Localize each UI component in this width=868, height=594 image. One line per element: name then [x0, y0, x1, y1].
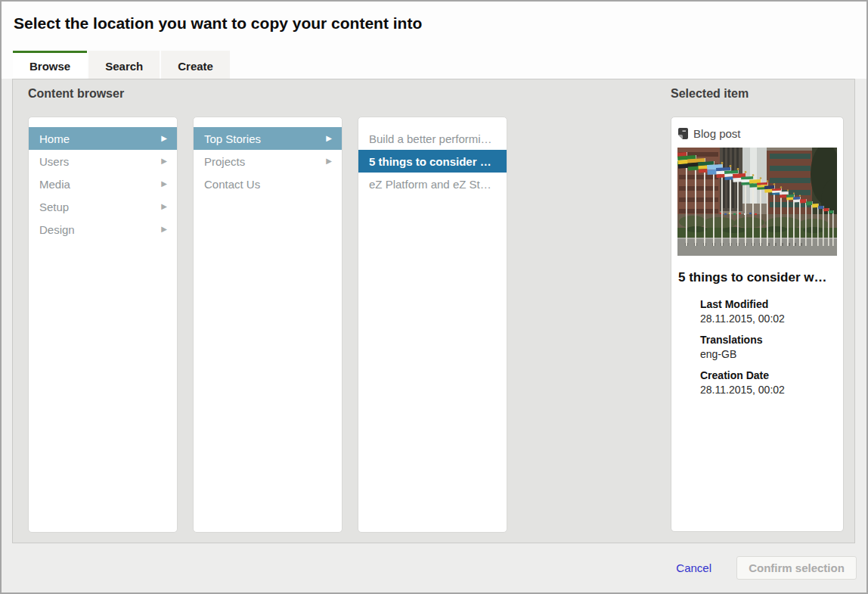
- content-browser-heading: Content browser: [28, 87, 124, 101]
- dialog-title: Select the location you want to copy you…: [14, 14, 422, 33]
- copy-location-dialog: Select the location you want to copy you…: [0, 0, 868, 594]
- tree-item-5-things[interactable]: 5 things to consider …: [358, 150, 507, 173]
- tree-item-contact-us[interactable]: Contact Us: [194, 173, 342, 195]
- field-label: Last Modified: [700, 297, 837, 312]
- tree-item-top-stories[interactable]: Top Stories ▶: [194, 127, 342, 150]
- dialog-footer: Cancel Confirm selection: [2, 543, 866, 592]
- tree-item-projects[interactable]: Projects ▶: [194, 150, 342, 173]
- tree-item-build-a-better[interactable]: Build a better performi…: [358, 127, 507, 150]
- field-creation-date: Creation Date 28.11.2015, 00:02: [700, 369, 837, 397]
- tree-item-label: Users: [39, 155, 69, 168]
- tree-item-ez-platform[interactable]: eZ Platform and eZ St…: [358, 173, 507, 195]
- tree-item-design[interactable]: Design ▶: [29, 218, 177, 241]
- caret-right-icon: ▶: [161, 157, 167, 165]
- caret-right-icon: ▶: [161, 203, 167, 210]
- browser-column-1: Home ▶ Users ▶ Media ▶ Setup ▶ Design ▶: [28, 117, 178, 533]
- cancel-button[interactable]: Cancel: [676, 561, 711, 574]
- tab-create[interactable]: Create: [161, 51, 230, 79]
- caret-right-icon: ▶: [161, 180, 167, 188]
- caret-right-icon: ▶: [326, 135, 332, 142]
- field-label: Translations: [700, 333, 837, 347]
- dialog-header: Select the location you want to copy you…: [2, 2, 866, 79]
- tree-item-users[interactable]: Users ▶: [29, 150, 177, 173]
- tree-item-label: Build a better performi…: [369, 132, 492, 145]
- tree-item-label: Projects: [204, 155, 245, 168]
- field-value: eng-GB: [700, 347, 837, 362]
- field-value: 28.11.2015, 00:02: [700, 312, 837, 326]
- browser-column-2: Top Stories ▶ Projects ▶ Contact Us: [193, 117, 343, 533]
- tree-item-label: Setup: [39, 201, 69, 213]
- content-type-row: Blog post: [678, 127, 837, 140]
- tab-bar: Browse Search Create: [13, 51, 231, 79]
- caret-right-icon: ▶: [161, 225, 167, 233]
- tab-search[interactable]: Search: [88, 51, 160, 79]
- flags-photo: [677, 148, 837, 256]
- tree-item-label: Home: [39, 132, 70, 145]
- confirm-selection-button[interactable]: Confirm selection: [736, 556, 857, 580]
- field-value: 28.11.2015, 00:02: [700, 383, 837, 397]
- field-last-modified: Last Modified 28.11.2015, 00:02: [700, 297, 837, 326]
- caret-right-icon: ▶: [326, 157, 332, 165]
- tree-item-label: Top Stories: [204, 132, 261, 145]
- tree-item-media[interactable]: Media ▶: [29, 173, 177, 195]
- tree-item-label: 5 things to consider …: [369, 155, 491, 168]
- tree-item-label: Design: [39, 223, 75, 236]
- selected-item-heading: Selected item: [671, 87, 749, 101]
- selected-item-title: 5 things to consider w…: [678, 270, 837, 285]
- content-type-label: Blog post: [693, 127, 741, 140]
- tree-item-label: eZ Platform and eZ St…: [369, 178, 491, 191]
- selected-item-card: Blog post: [671, 117, 844, 532]
- field-label: Creation Date: [700, 369, 837, 383]
- tree-item-label: Media: [39, 178, 70, 191]
- blog-post-icon: [678, 128, 688, 139]
- caret-right-icon: ▶: [161, 135, 167, 142]
- tree-item-setup[interactable]: Setup ▶: [29, 195, 177, 218]
- tab-browse[interactable]: Browse: [13, 51, 87, 79]
- tree-item-label: Contact Us: [204, 178, 260, 191]
- tree-item-home[interactable]: Home ▶: [29, 127, 177, 150]
- field-translations: Translations eng-GB: [700, 333, 837, 362]
- browser-column-3: Build a better performi… 5 things to con…: [358, 117, 507, 533]
- content-browser-panel: Content browser Selected item Home ▶ Use…: [12, 79, 855, 543]
- selected-item-fields: Last Modified 28.11.2015, 00:02 Translat…: [677, 297, 837, 397]
